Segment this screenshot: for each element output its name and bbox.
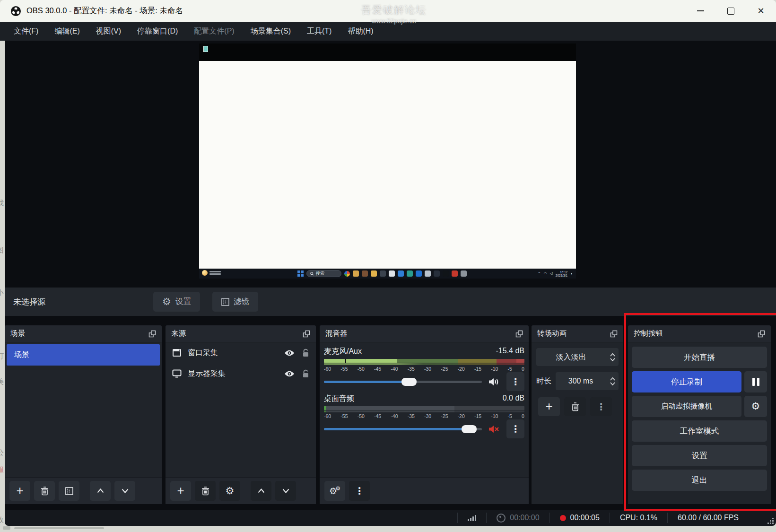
add-transition-button[interactable]: + [538,397,560,416]
popout-icon[interactable] [758,330,765,338]
taskbar-app-mail [389,270,395,277]
transition-select-arrows[interactable] [606,348,619,366]
menu-profile[interactable]: 配置文件(P) [186,26,242,36]
advanced-audio-button[interactable]: ⚙⚙ [324,481,345,501]
source-row-window-capture[interactable]: 窗口采集 [166,342,316,363]
studio-mode-button[interactable]: 工作室模式 [632,420,767,442]
start-streaming-button[interactable]: 开始直播 [632,347,767,368]
add-source-button[interactable]: + [170,481,191,501]
mixer-dock-header: 混音器 [320,325,529,342]
mic-options-button[interactable]: ⋮ [506,372,524,391]
maximize-button[interactable] [715,0,746,22]
controls-dock: 控制按钮 开始直播 停止录制 启动虚拟摄像机 ⚙ 工作室模式 设 [628,325,771,504]
record-timer-section: 00:00:05 [549,513,610,523]
menu-help[interactable]: 帮助(H) [340,26,381,36]
source-properties-button[interactable]: ⚙ [219,481,240,501]
desktop-slider-handle[interactable] [462,425,477,433]
mixer-options-button[interactable]: ⋮ [349,481,370,501]
visibility-eye-icon[interactable] [284,349,295,357]
popout-icon[interactable] [515,330,523,338]
pause-recording-button[interactable] [744,371,767,392]
windows-start-icon [297,270,304,277]
controls-dock-header: 控制按钮 [628,325,771,342]
remove-transition-button[interactable] [564,397,586,416]
meter-tick-label: -30 [424,366,431,372]
menu-scene-collection[interactable]: 场景集合(S) [243,26,299,36]
menu-view[interactable]: 视图(V) [88,26,129,36]
transition-properties-button[interactable]: ⋮ [590,397,612,416]
close-button[interactable]: ✕ [746,0,776,22]
start-virtual-camera-button[interactable]: 启动虚拟摄像机 [632,396,741,417]
dots-vertical-icon: ⋮ [355,486,364,496]
background-smudge [3,526,10,530]
obs-window: OBS 30.0.0 - 配置文件: 未命名 - 场景: 未命名 ✕ 吾爱破解论… [0,0,776,532]
menu-docks[interactable]: 停靠窗口(D) [129,26,186,36]
exit-button[interactable]: 退出 [632,470,767,491]
transitions-dock-header: 转场动画 [532,325,623,342]
move-source-down-button[interactable] [275,481,296,501]
meter-tick-label: -60 [324,366,331,372]
sources-dock: 来源 窗口采集 [166,325,316,504]
virtual-camera-settings-button[interactable]: ⚙ [744,396,767,417]
duration-spinbox[interactable]: 300 ms [556,372,619,390]
edge-glyph: 美 [0,377,4,386]
popout-icon[interactable] [610,330,618,338]
edge-glyph: 效 [0,515,4,524]
desktop-options-button[interactable]: ⋮ [506,419,524,438]
filter-icon [65,487,73,495]
meter-tick-label: -25 [441,366,448,372]
taskbar-app-light [425,270,431,277]
sources-toolbar: + ⚙ [166,477,316,504]
menu-edit[interactable]: 编辑(E) [46,26,87,36]
popout-icon[interactable] [303,330,310,338]
popout-icon[interactable] [148,330,156,338]
unlock-icon[interactable] [302,369,309,378]
mic-meter-scale: -60-55-50-45-40-35-30-25-20-15-10-50 [324,366,524,372]
scenes-toolbar: + [5,477,162,504]
stop-recording-button[interactable]: 停止录制 [632,371,741,392]
add-scene-button[interactable]: + [9,481,30,501]
source-row-display-capture[interactable]: 显示器采集 [166,363,316,384]
desktop-volume-slider[interactable] [324,428,482,430]
sources-list: 窗口采集 [166,342,316,477]
unlock-icon[interactable] [302,349,309,357]
scenes-list: 场景 [5,342,162,477]
mic-volume-slider[interactable] [324,381,482,383]
gear-icon: ⚙ [751,401,760,411]
move-scene-down-button[interactable] [114,481,135,501]
clock-date: 2023/3/1 [556,274,567,277]
scene-list-item-selected[interactable]: 场景 [7,344,160,366]
chevron-down-icon [610,358,615,361]
menu-file[interactable]: 文件(F) [6,26,46,36]
source-properties-button[interactable]: ⚙ 设置 [153,292,200,312]
meter-tick-label: -20 [458,366,465,372]
source-context-toolbar: 未选择源 ⚙ 设置 滤镜 [5,288,776,316]
menu-tools[interactable]: 工具(T) [299,26,340,36]
preview-canvas[interactable]: 搜索 ⌃ ◠ ◁ 16:12 2023/3/1 ◖ [199,44,576,279]
taskbar-app-dark [380,270,386,277]
dots-vertical-icon: ⋮ [511,424,520,434]
scene-filters-button[interactable] [59,481,79,501]
edge-glyph: 图 [0,246,4,255]
taskbar-clock: 16:12 2023/3/1 [556,270,567,277]
mic-volume-meter [324,359,524,365]
record-time: 00:00:05 [570,514,600,522]
mic-mute-toggle[interactable] [488,377,501,386]
mic-slider-handle[interactable] [401,378,417,386]
remove-source-button[interactable] [195,481,216,501]
move-scene-up-button[interactable] [90,481,111,501]
settings-button[interactable]: 设置 [632,445,767,466]
meter-tick-label: -15 [474,366,481,372]
transition-select[interactable]: 淡入淡出 [536,348,619,366]
minimize-button[interactable] [685,0,715,22]
resize-grip[interactable] [767,518,774,524]
remove-scene-button[interactable] [34,481,55,501]
source-filters-button[interactable]: 滤镜 [212,292,258,312]
desktop-volume-meter [324,406,524,412]
trash-icon [41,487,49,496]
duration-value: 300 ms [556,377,606,385]
move-source-up-button[interactable] [251,481,271,501]
duration-spin-arrows[interactable] [606,372,619,390]
visibility-eye-icon[interactable] [284,370,295,377]
desktop-mute-toggle[interactable] [488,425,501,434]
